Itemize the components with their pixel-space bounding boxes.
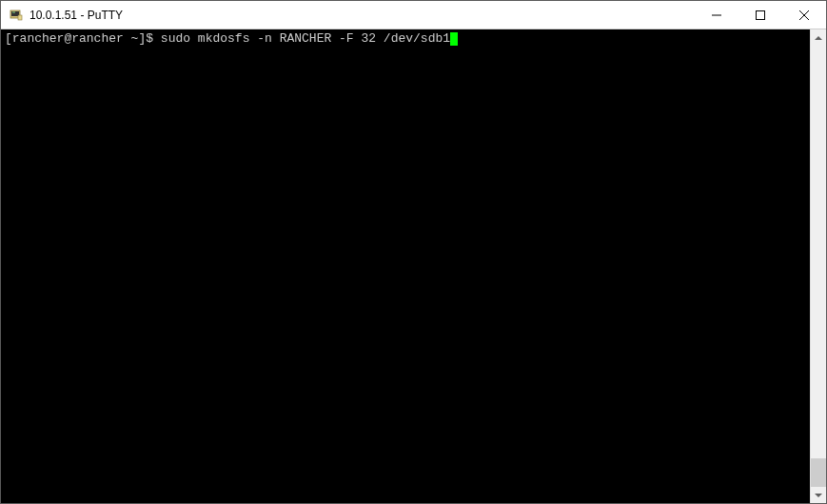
putty-icon [9,8,24,23]
shell-command: sudo mkdosfs -n RANCHER -F 32 /dev/sdb1 [161,31,450,46]
close-button[interactable] [782,1,826,29]
shell-prompt: [rancher@rancher ~]$ [5,31,161,46]
svg-rect-5 [757,10,765,19]
svg-rect-2 [18,15,22,20]
terminal-cursor [450,32,458,46]
terminal-area: [rancher@rancher ~]$ sudo mkdosfs -n RAN… [1,29,826,503]
svg-marker-9 [815,494,822,497]
terminal[interactable]: [rancher@rancher ~]$ sudo mkdosfs -n RAN… [1,29,810,503]
titlebar[interactable]: 10.0.1.51 - PuTTY [1,1,826,29]
maximize-button[interactable] [738,1,782,29]
scroll-track[interactable] [811,46,826,487]
scroll-up-button[interactable] [811,29,826,46]
putty-window: 10.0.1.51 - PuTTY [rancher@rancher ~]$ s [0,0,827,504]
minimize-button[interactable] [695,1,738,29]
window-title: 10.0.1.51 - PuTTY [30,9,695,22]
scroll-thumb[interactable] [811,458,826,487]
window-controls [695,1,826,29]
vertical-scrollbar[interactable] [810,29,826,503]
svg-marker-8 [815,36,822,40]
scroll-down-button[interactable] [811,487,826,503]
